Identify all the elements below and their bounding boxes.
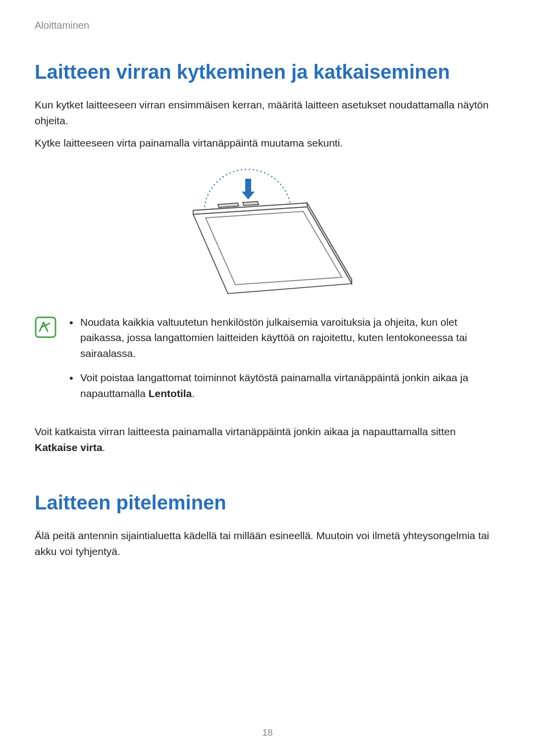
breadcrumb: Aloittaminen [35,20,500,31]
tablet-power-illustration [173,166,362,295]
svg-marker-2 [242,192,255,200]
flight-mode-label: Lentotila [149,388,192,399]
svg-marker-9 [218,203,239,207]
para-antenna-warning: Älä peitä antennin sijaintialuetta kädel… [35,528,500,559]
note-block: Noudata kaikkia valtuutetun henkilöstön … [35,314,500,410]
para-power-off: Voit katkaista virran laitteesta painama… [35,424,500,455]
svg-marker-8 [243,202,259,205]
figure-power-button [35,166,500,295]
power-off-label: Katkaise virta [35,442,103,453]
note-icon [35,316,56,410]
svg-rect-1 [245,179,251,193]
note-item-flight-mode: Voit poistaa langattomat toiminnot käytö… [69,370,500,401]
heading-holding-device: Laitteen piteleminen [35,492,500,514]
note-text: Voit poistaa langattomat toiminnot käytö… [80,372,468,399]
para-first-boot: Kun kytket laitteeseen virran ensimmäise… [35,97,500,128]
para-power-on: Kytke laitteeseen virta painamalla virta… [35,135,500,151]
para-text-end: . [103,442,106,453]
note-text-end: . [192,388,195,399]
page-number: 18 [0,727,535,738]
para-text: Voit katkaista virran laitteesta painama… [35,426,456,437]
heading-power-on-off: Laitteen virran kytkeminen ja katkaisemi… [35,61,500,83]
note-item-restricted-areas: Noudata kaikkia valtuutetun henkilöstön … [69,314,500,361]
